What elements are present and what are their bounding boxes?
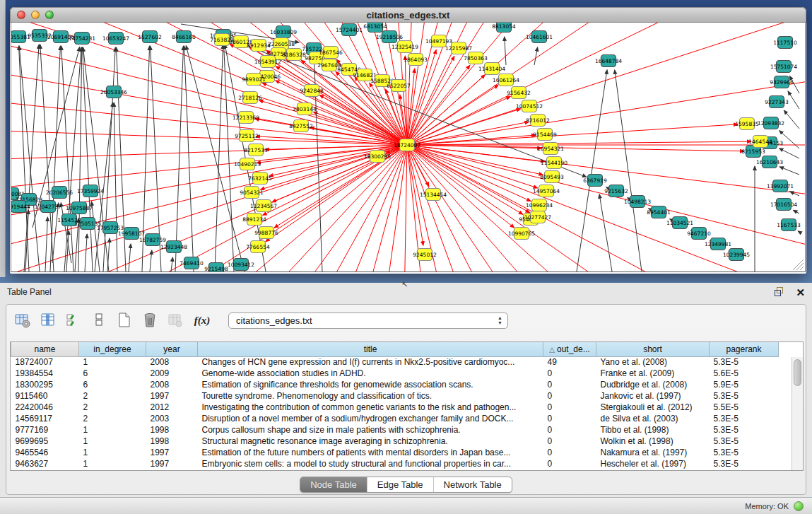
- red-edge[interactable]: [407, 145, 543, 175]
- column-header-title[interactable]: title: [198, 342, 543, 356]
- table-cell: 1: [79, 436, 146, 447]
- black-edge[interactable]: [175, 46, 184, 271]
- network-canvas[interactable]: 2055381953533220691406147542311065324715…: [11, 23, 806, 272]
- rows-icon[interactable]: [88, 310, 110, 331]
- red-edge[interactable]: [269, 145, 407, 176]
- table-cell: Disruption of a novel member of a sodium…: [198, 413, 543, 424]
- black-edge[interactable]: [215, 45, 223, 271]
- table-row[interactable]: 1872400712008Changes of HCN gene express…: [11, 356, 779, 368]
- table-tabs: Node TableEdge TableNetwork Table: [300, 477, 512, 493]
- table-row[interactable]: 946554611997Estimation of the future num…: [11, 447, 779, 458]
- table-cell: Changes of HCN gene expression and I(f) …: [198, 356, 543, 368]
- close-panel-icon[interactable]: ✕: [796, 287, 805, 298]
- table-row[interactable]: 969969511998Structural magnetic resonanc…: [11, 436, 779, 447]
- table-cell: 0: [543, 413, 596, 424]
- table-cell: 0: [543, 379, 596, 390]
- red-edge[interactable]: [407, 145, 806, 266]
- graph-node-label: 1117510: [773, 40, 797, 46]
- black-edge[interactable]: [61, 203, 71, 263]
- black-edge[interactable]: [45, 217, 47, 271]
- black-edge[interactable]: [784, 110, 799, 129]
- graph-node-label: 15134454: [420, 192, 447, 198]
- black-edge[interactable]: [577, 70, 607, 271]
- black-edge[interactable]: [50, 46, 60, 271]
- table-cell: 6: [79, 368, 146, 379]
- resize-grip-icon[interactable]: [800, 267, 804, 270]
- tab-edge-table[interactable]: Edge Table: [367, 477, 433, 492]
- black-edge[interactable]: [114, 103, 117, 271]
- column-header-out_de[interactable]: △out_de...: [543, 342, 596, 356]
- table-cell: 2: [79, 413, 146, 424]
- red-edge[interactable]: [407, 145, 744, 151]
- table-cell: Yano et al. (2008): [596, 356, 710, 368]
- graph-node-label: 17016504: [770, 201, 797, 208]
- graph-node-label: 1595835: [735, 121, 759, 127]
- black-edge[interactable]: [103, 47, 115, 271]
- table-cell: 18300295: [11, 379, 79, 390]
- delete-icon[interactable]: [139, 310, 160, 331]
- network-selector-dropdown[interactable]: citations_edges.txt ▲▼: [228, 313, 508, 329]
- column-header-in_degree[interactable]: in_degree: [79, 342, 146, 356]
- table-cell: Stergiakouli et al. (2012): [596, 402, 710, 413]
- graph-node-label: 12325419: [392, 44, 418, 50]
- black-edge[interactable]: [61, 46, 73, 271]
- tab-network-table[interactable]: Network Table: [433, 477, 512, 492]
- red-edge[interactable]: [407, 145, 630, 272]
- black-edge[interactable]: [224, 45, 234, 271]
- column-header-year[interactable]: year: [146, 342, 198, 356]
- red-edge[interactable]: [11, 145, 407, 180]
- black-edge[interactable]: [85, 234, 87, 271]
- vertical-scrollbar[interactable]: [792, 357, 803, 470]
- black-edge[interactable]: [599, 194, 612, 271]
- table-row[interactable]: 911546021997Tourette syndrome. Phenomeno…: [11, 390, 779, 402]
- black-edge[interactable]: [186, 46, 245, 271]
- column-header-short[interactable]: short: [596, 342, 710, 356]
- red-edge[interactable]: [407, 145, 746, 272]
- import-table-icon[interactable]: [165, 310, 186, 331]
- black-edge[interactable]: [788, 91, 799, 109]
- graph-node-label: 2803144: [293, 106, 317, 112]
- graph-node-label: 13992071: [767, 183, 794, 189]
- black-edge[interactable]: [505, 37, 506, 65]
- float-window-icon[interactable]: [775, 287, 786, 298]
- tab-node-table[interactable]: Node Table: [300, 477, 367, 492]
- black-edge[interactable]: [83, 47, 93, 271]
- black-edge[interactable]: [534, 47, 538, 65]
- table-row[interactable]: 1830029562008Estimation of significance …: [11, 379, 779, 390]
- red-edge[interactable]: [269, 145, 407, 272]
- table-row[interactable]: 2242004622012Investigating the contribut…: [11, 402, 779, 413]
- table-cell: Estimation of significance thresholds fo…: [198, 379, 543, 390]
- black-edge[interactable]: [779, 148, 799, 158]
- red-edge[interactable]: [407, 145, 530, 213]
- select-column-icon[interactable]: [37, 310, 59, 331]
- window-titlebar[interactable]: citations_edges.txt: [10, 7, 806, 23]
- column-header-pagerank[interactable]: pagerank: [710, 342, 779, 356]
- table-row[interactable]: 946362711997Embryonic stem cells: a mode…: [11, 458, 779, 469]
- column-header-name[interactable]: name: [11, 342, 79, 356]
- graph-node-label: 6813054: [363, 23, 387, 30]
- black-edge[interactable]: [793, 210, 799, 214]
- black-edge[interactable]: [779, 167, 799, 175]
- resize-grip-icon[interactable]: [796, 263, 804, 270]
- graph-node-label: 9227343: [765, 99, 789, 105]
- table-cell: 1997: [146, 447, 198, 458]
- row-checks-icon[interactable]: [63, 310, 84, 331]
- graph-node-label: 10996234: [526, 202, 553, 209]
- red-edge[interactable]: [407, 85, 498, 145]
- table-row[interactable]: 977716911998Corpus callosum shape and si…: [11, 424, 779, 436]
- black-edge[interactable]: [129, 244, 131, 271]
- red-edge[interactable]: [11, 145, 407, 248]
- function-icon[interactable]: f(x): [190, 315, 214, 327]
- scrollbar-thumb[interactable]: [794, 359, 801, 386]
- graph-node-label: 8891234: [242, 216, 266, 223]
- table-settings-icon[interactable]: [12, 310, 33, 331]
- new-file-icon[interactable]: [114, 310, 135, 331]
- network-graph[interactable]: 2055381953533220691406147542311065324715…: [11, 23, 806, 272]
- table-row[interactable]: 1938455462009Genome-wide association stu…: [11, 368, 779, 379]
- table-row[interactable]: 1456911722003Disruption of a novel membe…: [11, 413, 779, 424]
- table-cell: Genome-wide association studies in ADHD.: [198, 368, 543, 379]
- black-edge[interactable]: [798, 231, 799, 232]
- black-edge[interactable]: [790, 192, 799, 196]
- table-cell: 0: [543, 458, 596, 469]
- memory-status-icon[interactable]: [794, 501, 804, 511]
